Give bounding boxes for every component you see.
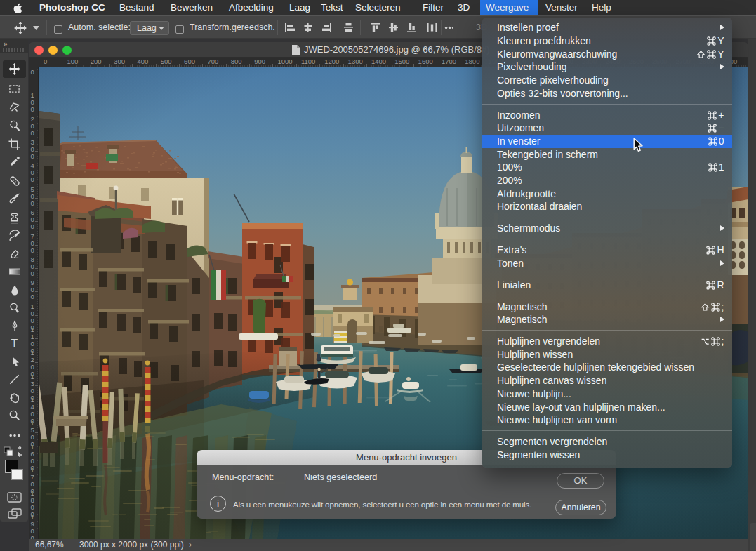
svg-text:T: T	[11, 338, 18, 350]
